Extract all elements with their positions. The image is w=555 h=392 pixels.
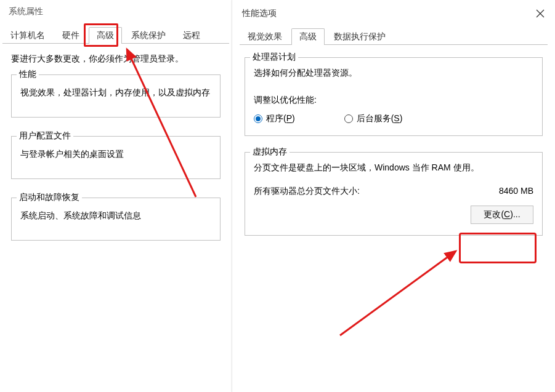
vm-total-label: 所有驱动器总分页文件大小:	[254, 186, 360, 197]
performance-desc: 视觉效果，处理器计划，内存使用，以及虚拟内存	[20, 87, 211, 98]
close-button[interactable]	[532, 5, 549, 22]
user-profiles-legend: 用户配置文件	[17, 130, 73, 142]
adjust-label: 调整以优化性能:	[254, 95, 533, 106]
scheduling-radios: 程序(P) 后台服务(S)	[254, 113, 533, 124]
tab-dep[interactable]: 数据执行保护	[326, 28, 394, 45]
startup-recovery-legend: 启动和故障恢复	[17, 192, 82, 203]
vm-change-row: 更改(C)...	[254, 206, 533, 224]
radio-background-services[interactable]: 后台服务(S)	[344, 113, 403, 124]
tab-perf-advanced[interactable]: 高级	[291, 28, 325, 45]
radio-services-dot	[344, 114, 353, 123]
system-properties-body: 要进行大多数更改，你必须作为管理员登录。 性能 视觉效果，处理器计划，内存使用，…	[0, 44, 232, 264]
virtual-memory-total-row: 所有驱动器总分页文件大小: 8460 MB	[254, 186, 533, 197]
system-properties-window: 系统属性 计算机名 硬件 高级 系统保护 远程 要进行大多数更改，你必须作为管理…	[0, 0, 232, 392]
processor-scheduling-desc: 选择如何分配处理器资源。	[254, 68, 533, 79]
performance-options-titlebar: 性能选项	[232, 0, 555, 27]
radio-programs-dot	[254, 114, 262, 123]
virtual-memory-groupbox: 虚拟内存 分页文件是硬盘上的一块区域，Windows 当作 RAM 使用。 所有…	[245, 152, 543, 236]
performance-options-body: 处理器计划 选择如何分配处理器资源。 调整以优化性能: 程序(P) 后台服务(S…	[232, 57, 555, 236]
tab-visual-effects[interactable]: 视觉效果	[240, 28, 290, 45]
tab-remote[interactable]: 远程	[175, 27, 208, 44]
tab-advanced[interactable]: 高级	[89, 27, 122, 44]
change-button[interactable]: 更改(C)...	[471, 206, 533, 224]
close-icon	[536, 9, 545, 18]
processor-scheduling-legend: 处理器计划	[250, 52, 298, 63]
performance-options-tabs: 视觉效果 高级 数据执行保护	[240, 27, 548, 45]
radio-programs[interactable]: 程序(P)	[254, 113, 295, 124]
system-properties-title: 系统属性	[0, 0, 232, 23]
admin-note: 要进行大多数更改，你必须作为管理员登录。	[11, 54, 221, 65]
performance-options-title: 性能选项	[242, 8, 277, 19]
system-properties-tabs: 计算机名 硬件 高级 系统保护 远程	[2, 26, 229, 44]
tab-system-protection[interactable]: 系统保护	[123, 27, 174, 44]
performance-groupbox: 性能 视觉效果，处理器计划，内存使用，以及虚拟内存	[11, 74, 221, 118]
vm-total-value: 8460 MB	[499, 186, 533, 197]
performance-legend: 性能	[17, 69, 39, 80]
processor-scheduling-groupbox: 处理器计划 选择如何分配处理器资源。 调整以优化性能: 程序(P) 后台服务(S…	[245, 57, 543, 136]
tab-hardware[interactable]: 硬件	[54, 27, 87, 44]
startup-recovery-groupbox: 启动和故障恢复 系统启动、系统故障和调试信息	[11, 198, 221, 241]
user-profiles-desc: 与登录帐户相关的桌面设置	[20, 149, 211, 160]
virtual-memory-desc: 分页文件是硬盘上的一块区域，Windows 当作 RAM 使用。	[254, 162, 533, 174]
radio-services-label: 后台服务(S)	[357, 113, 403, 124]
radio-programs-label: 程序(P)	[266, 113, 295, 124]
tab-computer-name[interactable]: 计算机名	[2, 27, 53, 44]
performance-options-window: 性能选项 视觉效果 高级 数据执行保护 处理器计划 选择如何分配处理器资源。 调…	[232, 0, 555, 392]
user-profiles-groupbox: 用户配置文件 与登录帐户相关的桌面设置	[11, 136, 221, 179]
virtual-memory-legend: 虚拟内存	[250, 146, 290, 158]
startup-recovery-desc: 系统启动、系统故障和调试信息	[20, 210, 211, 222]
